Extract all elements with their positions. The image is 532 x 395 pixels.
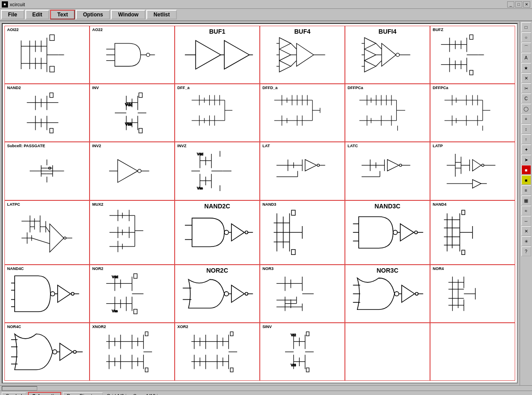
tool-oval[interactable]: ◯ <box>521 104 531 113</box>
cell-label-nor4: NOR4 <box>433 266 444 271</box>
tool-lines[interactable]: ≡ <box>521 185 531 195</box>
tool-arc[interactable]: ⌒ <box>521 43 531 52</box>
cell-invz[interactable]: INVZ <box>175 142 260 200</box>
symbol-xor2 <box>181 329 253 375</box>
tool-yellow[interactable]: ■ <box>521 175 531 185</box>
circuit-grid: AOI22 <box>3 24 517 383</box>
tool-star2[interactable]: ✦ <box>521 145 531 154</box>
cell-lat[interactable]: LAT <box>260 142 345 200</box>
cell-nor2[interactable]: NOR2 <box>90 265 175 323</box>
cell-ao22[interactable]: AO22 <box>90 26 175 84</box>
tool-arrow[interactable]: ➤ <box>521 155 531 164</box>
tool-grid[interactable]: ▦ <box>521 196 531 205</box>
menu-text[interactable]: Text <box>50 10 75 20</box>
canvas-area: AOI22 <box>2 23 518 383</box>
cell-label-dff: DFF_a <box>177 86 190 90</box>
cell-nand3[interactable]: NAND3 <box>260 200 345 265</box>
symbol-dffpca2 <box>437 90 509 136</box>
tool-up[interactable]: ↑ <box>521 134 531 144</box>
tool-wave[interactable]: ≈ <box>521 206 531 215</box>
svg-text:Vss: Vss <box>197 186 203 190</box>
cell-nor3c[interactable]: NOR3C <box>345 265 430 323</box>
cell-nor2c[interactable]: NOR2C <box>175 265 260 323</box>
cell-passgate[interactable]: Subcell: PASSGATE <box>4 142 90 200</box>
cell-buf4[interactable]: BUF4 <box>260 26 345 84</box>
window-controls[interactable]: _ □ ✕ <box>507 1 530 8</box>
cell-label-dffpca2: DFFPCa <box>433 86 448 90</box>
menu-options[interactable]: Options <box>76 10 110 20</box>
cell-dff[interactable]: DFF_a <box>175 84 260 142</box>
cell-latpc[interactable]: LATPC <box>4 200 90 265</box>
minimize-button[interactable]: _ <box>507 1 514 8</box>
tool-red[interactable]: ■ <box>521 165 531 175</box>
tab-page-directory[interactable]: Page Directory <box>63 392 103 395</box>
cell-nor4c[interactable]: NOR4C <box>4 323 90 381</box>
cell-nand3c[interactable]: NAND3C <box>345 200 430 265</box>
cell-dffpca1[interactable]: DFFPCa <box>345 84 430 142</box>
symbol-nand3c <box>352 207 423 258</box>
tool-cross[interactable]: ✕ <box>521 73 531 83</box>
tab-symbol[interactable]: Symbol <box>2 392 26 395</box>
tool-close2[interactable]: ✕ <box>521 226 531 236</box>
cell-buf1[interactable]: BUF1 <box>175 26 260 84</box>
tool-circle[interactable]: ○ <box>521 32 531 42</box>
tool-text[interactable]: A <box>521 53 531 63</box>
svg-rect-309 <box>292 250 296 254</box>
cell-label-aoi22: AOI22 <box>7 27 19 32</box>
tool-resize-h[interactable]: ↔ <box>521 216 531 226</box>
cell-label-sinv: SINV <box>262 325 272 329</box>
tool-select[interactable]: □ <box>521 22 531 32</box>
menu-file[interactable]: File <box>1 10 24 20</box>
tool-asterisk[interactable]: ✳ <box>521 236 531 246</box>
cell-aoi22[interactable]: AOI22 <box>4 26 90 84</box>
cell-label-nand3: NAND3 <box>262 202 276 207</box>
symbol-ao22 <box>96 32 168 78</box>
cell-nand2[interactable]: NAND2 <box>4 84 90 142</box>
menu-bar: File Edit Text Options Window Netlist <box>0 9 532 21</box>
svg-line-266 <box>32 238 50 244</box>
svg-text:Vr3: Vr3 <box>291 363 296 367</box>
cell-xor2[interactable]: XOR2 <box>175 323 260 381</box>
close-button[interactable]: ✕ <box>523 1 530 8</box>
menu-netlist[interactable]: Netlist <box>146 10 177 20</box>
cell-bufz[interactable]: BUFZ <box>430 26 515 84</box>
symbol-inv: Vdd Vss <box>96 90 168 136</box>
cell-label-nand2c: NAND2C <box>204 203 230 210</box>
symbol-latp <box>437 148 509 194</box>
tool-copy[interactable]: C <box>521 94 531 103</box>
cell-nor4[interactable]: NOR4 <box>430 265 515 323</box>
cell-label-nand3c: NAND3C <box>375 203 400 210</box>
tool-help[interactable]: ? <box>521 246 531 256</box>
cell-sinv[interactable]: SINV <box>260 323 345 381</box>
tool-scissors[interactable]: ✂ <box>521 83 531 93</box>
symbol-buf1 <box>181 32 253 78</box>
cell-empty2 <box>430 323 515 381</box>
horizontal-scrollbar[interactable] <box>0 385 532 391</box>
cell-latc[interactable]: LATC <box>345 142 430 200</box>
tool-star[interactable]: ★ <box>521 63 531 73</box>
tool-plus[interactable]: + <box>521 114 531 124</box>
cell-dffpca2[interactable]: DFFPCa <box>430 84 515 142</box>
tool-resize-v[interactable]: ↕ <box>521 124 531 134</box>
menu-edit[interactable]: Edit <box>25 10 50 20</box>
cell-nor3[interactable]: NOR3 <box>260 265 345 323</box>
cell-nand4c[interactable]: NAND4C <box>4 265 90 323</box>
maximize-button[interactable]: □ <box>515 1 522 8</box>
cell-label-inv2: INV2 <box>92 144 101 148</box>
cell-mux2[interactable]: MUX2 <box>90 200 175 265</box>
cell-dffd[interactable]: DFFD_a <box>260 84 345 142</box>
cell-latp[interactable]: LATP <box>430 142 515 200</box>
svg-point-365 <box>224 291 229 296</box>
cell-inv2[interactable]: INV2 <box>90 142 175 200</box>
symbol-inv2 <box>96 148 168 194</box>
tab-schematic[interactable]: Schematic <box>28 392 61 395</box>
menu-window[interactable]: Window <box>111 10 145 20</box>
cell-label-invz: INVZ <box>177 144 187 148</box>
cell-bufi4[interactable]: BUFI4 <box>345 26 430 84</box>
cell-label-bufi4: BUFI4 <box>379 28 396 35</box>
cell-nand4[interactable]: NAND4 <box>430 200 515 265</box>
cell-xnor2[interactable]: XNOR2 <box>90 323 175 381</box>
cell-nand2c[interactable]: NAND2C <box>175 200 260 265</box>
symbol-mux2 <box>96 207 168 258</box>
cell-inv[interactable]: INV <box>90 84 175 142</box>
